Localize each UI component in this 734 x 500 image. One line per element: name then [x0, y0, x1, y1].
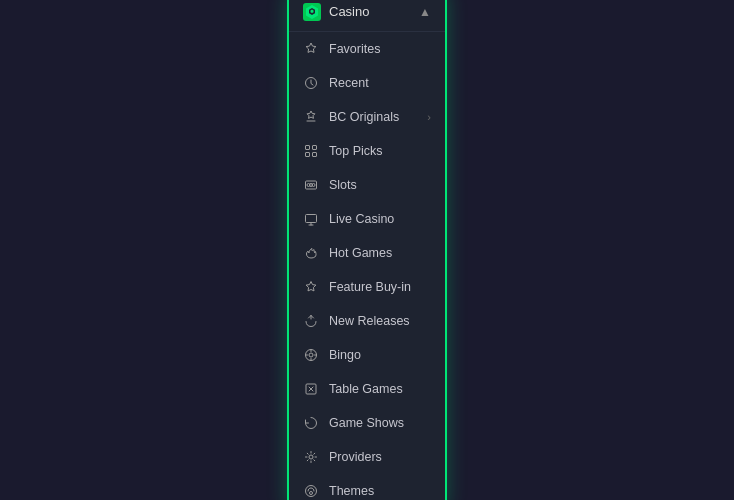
live-casino-icon — [303, 211, 319, 227]
casino-sidebar: Casino ▲ FavoritesRecentBC Originals›Top… — [287, 0, 447, 500]
providers-icon — [303, 449, 319, 465]
sidebar-item-recent[interactable]: Recent — [289, 66, 445, 100]
slots-label: Slots — [329, 178, 357, 192]
sidebar-item-left: Bingo — [303, 347, 361, 363]
sidebar-item-live-casino[interactable]: Live Casino — [289, 202, 445, 236]
submenu-arrow-icon: › — [427, 111, 431, 123]
sidebar-header[interactable]: Casino ▲ — [289, 0, 445, 32]
svg-point-8 — [312, 183, 315, 186]
hot-games-icon — [303, 245, 319, 261]
game-shows-label: Game Shows — [329, 416, 404, 430]
sidebar-item-left: Slots — [303, 177, 357, 193]
new-releases-label: New Releases — [329, 314, 410, 328]
hot-games-label: Hot Games — [329, 246, 392, 260]
new-releases-icon — [303, 313, 319, 329]
live-casino-label: Live Casino — [329, 212, 394, 226]
sidebar-header-left: Casino — [303, 3, 369, 21]
sidebar-item-top-picks[interactable]: Top Picks — [289, 134, 445, 168]
sidebar-item-favorites[interactable]: Favorites — [289, 32, 445, 66]
svg-point-11 — [309, 353, 313, 357]
providers-label: Providers — [329, 450, 382, 464]
collapse-icon[interactable]: ▲ — [419, 5, 431, 19]
bingo-icon — [303, 347, 319, 363]
sidebar-item-left: Themes — [303, 483, 374, 499]
sidebar-item-left: Favorites — [303, 41, 380, 57]
bc-originals-label: BC Originals — [329, 110, 399, 124]
sidebar-item-left: Hot Games — [303, 245, 392, 261]
sidebar-item-left: Game Shows — [303, 415, 404, 431]
sidebar-items-container: FavoritesRecentBC Originals›Top PicksSlo… — [289, 32, 445, 501]
svg-rect-3 — [306, 152, 310, 156]
sidebar-title: Casino — [329, 4, 369, 19]
sidebar-item-left: Table Games — [303, 381, 403, 397]
sidebar-item-table-games[interactable]: Table Games — [289, 372, 445, 406]
sidebar-item-themes[interactable]: Themes — [289, 474, 445, 501]
sidebar-item-bc-originals[interactable]: BC Originals› — [289, 100, 445, 134]
sidebar-item-game-shows[interactable]: Game Shows — [289, 406, 445, 440]
table-games-label: Table Games — [329, 382, 403, 396]
slots-icon — [303, 177, 319, 193]
svg-point-15 — [310, 491, 313, 494]
favorites-icon — [303, 41, 319, 57]
bc-originals-icon — [303, 109, 319, 125]
sidebar-item-left: Live Casino — [303, 211, 394, 227]
themes-label: Themes — [329, 484, 374, 498]
favorites-label: Favorites — [329, 42, 380, 56]
svg-rect-2 — [313, 145, 317, 149]
sidebar-item-new-releases[interactable]: New Releases — [289, 304, 445, 338]
sidebar-item-left: Top Picks — [303, 143, 383, 159]
sidebar-item-left: Providers — [303, 449, 382, 465]
table-games-icon — [303, 381, 319, 397]
themes-icon — [303, 483, 319, 499]
sidebar-item-left: Feature Buy-in — [303, 279, 411, 295]
sidebar-item-providers[interactable]: Providers — [289, 440, 445, 474]
feature-buy-in-label: Feature Buy-in — [329, 280, 411, 294]
sidebar-item-left: New Releases — [303, 313, 410, 329]
sidebar-item-hot-games[interactable]: Hot Games — [289, 236, 445, 270]
svg-point-13 — [309, 455, 313, 459]
casino-brand-icon — [303, 3, 321, 21]
top-picks-label: Top Picks — [329, 144, 383, 158]
svg-rect-1 — [306, 145, 310, 149]
sidebar-item-left: Recent — [303, 75, 369, 91]
svg-rect-4 — [313, 152, 317, 156]
sidebar-item-left: BC Originals — [303, 109, 399, 125]
sidebar-item-bingo[interactable]: Bingo — [289, 338, 445, 372]
recent-icon — [303, 75, 319, 91]
svg-rect-9 — [306, 214, 317, 222]
top-picks-icon — [303, 143, 319, 159]
game-shows-icon — [303, 415, 319, 431]
sidebar-item-slots[interactable]: Slots — [289, 168, 445, 202]
feature-buy-in-icon — [303, 279, 319, 295]
bingo-label: Bingo — [329, 348, 361, 362]
sidebar-item-feature-buy-in[interactable]: Feature Buy-in — [289, 270, 445, 304]
recent-label: Recent — [329, 76, 369, 90]
